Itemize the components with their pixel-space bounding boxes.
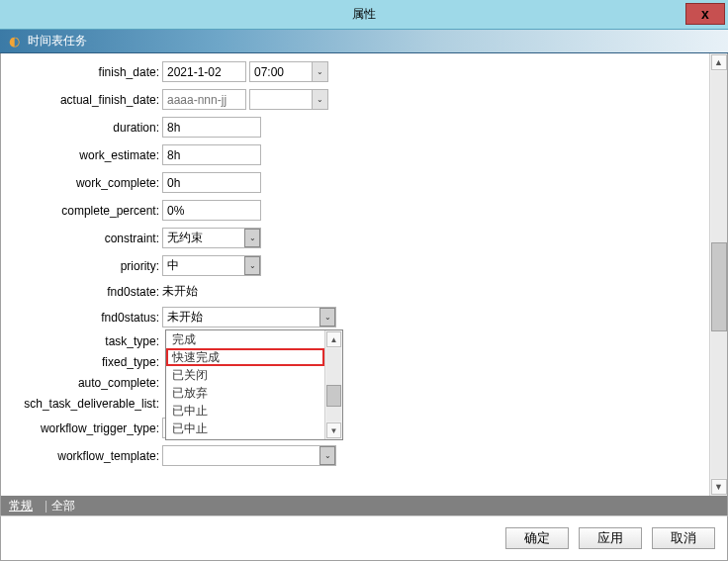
- work-complete-input[interactable]: [162, 172, 261, 193]
- scroll-down-icon[interactable]: ▼: [711, 479, 727, 495]
- chevron-down-icon[interactable]: ⌄: [319, 446, 335, 465]
- label-actual-finish-date: actual_finish_date:: [11, 93, 162, 107]
- duration-input[interactable]: [162, 117, 261, 138]
- label-fnd0status: fnd0status:: [11, 311, 162, 325]
- title-bar: 属性 x: [0, 0, 728, 30]
- dialog-footer: 确定 应用 取消: [0, 515, 728, 561]
- scroll-track[interactable]: [326, 348, 341, 421]
- scroll-thumb[interactable]: [711, 242, 727, 331]
- workflow-template-select[interactable]: [162, 445, 336, 466]
- close-icon: x: [701, 6, 709, 22]
- content-scrollbar[interactable]: ▲ ▼: [709, 53, 727, 496]
- ok-button[interactable]: 确定: [505, 527, 569, 549]
- scroll-down-icon[interactable]: ▼: [326, 422, 341, 438]
- scroll-up-icon[interactable]: ▲: [711, 54, 727, 70]
- label-workflow-trigger-type: workflow_trigger_type:: [11, 421, 162, 435]
- fnd0status-dropdown[interactable]: 完成 快速完成 已关闭 已放弃 已中止 已中止 ▲ ▼: [165, 329, 343, 440]
- fnd0state-value: 未开始: [162, 283, 198, 300]
- label-work-complete: work_complete:: [11, 176, 162, 190]
- label-constraint: constraint:: [11, 232, 162, 245]
- form-content: finish_date: ⌄ actual_finish_date: ⌄: [1, 53, 709, 496]
- scroll-up-icon[interactable]: ▲: [326, 331, 341, 347]
- chevron-down-icon[interactable]: ⌄: [312, 62, 327, 81]
- apply-button[interactable]: 应用: [579, 527, 642, 549]
- label-fnd0state: fnd0state:: [11, 285, 162, 299]
- label-sch-task-deliverable-list: sch_task_deliverable_list:: [11, 397, 162, 411]
- tab-bar: 常规 | 全部: [0, 496, 728, 515]
- section-header: ◐ 时间表任务: [0, 30, 728, 53]
- label-auto-complete: auto_complete:: [11, 376, 162, 390]
- label-work-estimate: work_estimate:: [11, 148, 162, 162]
- finish-date-input[interactable]: [162, 61, 246, 82]
- dropdown-option[interactable]: 已关闭: [166, 366, 324, 384]
- scroll-track[interactable]: [711, 71, 727, 478]
- complete-percent-input[interactable]: [162, 200, 261, 221]
- dropdown-option[interactable]: 完成: [166, 330, 324, 348]
- chevron-down-icon[interactable]: ⌄: [244, 229, 260, 247]
- label-task-type: task_type:: [11, 334, 162, 348]
- label-workflow-template: workflow_template:: [11, 449, 162, 463]
- dropdown-option[interactable]: 已中止: [166, 420, 324, 437]
- section-title: 时间表任务: [28, 33, 87, 49]
- dropdown-option[interactable]: 已放弃: [166, 384, 324, 402]
- scroll-thumb[interactable]: [326, 385, 341, 407]
- label-complete-percent: complete_percent:: [11, 204, 162, 218]
- chevron-down-icon[interactable]: ⌄: [312, 90, 327, 109]
- dropdown-list: 完成 快速完成 已关闭 已放弃 已中止 已中止: [166, 330, 324, 439]
- dropdown-option-highlighted[interactable]: 快速完成: [166, 348, 324, 366]
- work-estimate-input[interactable]: [162, 144, 261, 165]
- dropdown-scrollbar[interactable]: ▲ ▼: [324, 330, 342, 439]
- label-duration: duration:: [11, 121, 162, 135]
- window-title: 属性: [352, 6, 376, 23]
- label-priority: priority:: [11, 259, 162, 273]
- fnd0status-select[interactable]: [162, 307, 336, 327]
- label-fixed-type: fixed_type:: [11, 355, 162, 369]
- tab-general[interactable]: 常规: [5, 496, 37, 516]
- cancel-button[interactable]: 取消: [652, 527, 715, 549]
- actual-finish-date-input[interactable]: [162, 89, 246, 110]
- close-button[interactable]: x: [685, 3, 725, 25]
- chevron-down-icon[interactable]: ⌄: [319, 308, 335, 327]
- tab-all[interactable]: 全部: [47, 496, 79, 516]
- clock-icon: ◐: [6, 34, 22, 49]
- dropdown-option[interactable]: 已中止: [166, 402, 324, 420]
- chevron-down-icon[interactable]: ⌄: [244, 256, 260, 275]
- label-finish-date: finish_date:: [11, 65, 162, 79]
